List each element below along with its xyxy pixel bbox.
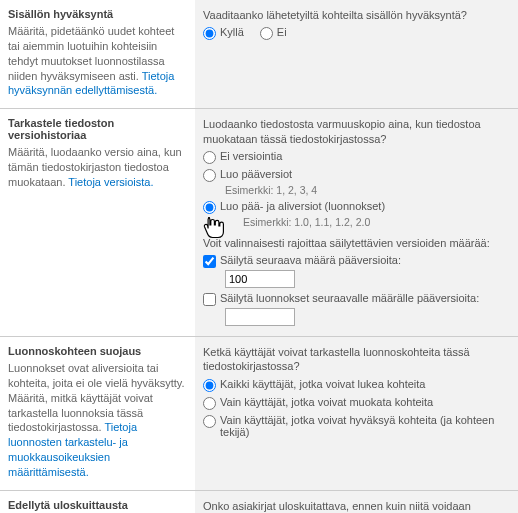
section-description: Määritä, pidetäänkö uudet kohteet tai ai… bbox=[8, 24, 185, 98]
draft-editors-option[interactable]: Vain käyttäjät, jotka voivat muokata koh… bbox=[203, 396, 508, 410]
keep-major-input[interactable] bbox=[225, 270, 295, 288]
draft-all-readers-option[interactable]: Kaikki käyttäjät, jotka voivat lukea koh… bbox=[203, 378, 508, 392]
section-content-approval: Sisällön hyväksyntä Määritä, pidetäänkö … bbox=[0, 0, 518, 109]
keep-major-versions-row: Säilytä seuraava määrä pääversioita: bbox=[203, 254, 508, 268]
draft-approvers-radio[interactable] bbox=[203, 415, 216, 428]
section-versioning: Tarkastele tiedoston versiohistoriaa Mää… bbox=[0, 109, 518, 337]
approval-yes-radio[interactable] bbox=[203, 27, 216, 40]
section-title: Sisällön hyväksyntä bbox=[8, 8, 185, 20]
versioning-major-option[interactable]: Luo pääversiot bbox=[203, 168, 508, 182]
approval-yes-option[interactable]: Kyllä bbox=[203, 26, 244, 40]
section-title: Luonnoskohteen suojaus bbox=[8, 345, 185, 357]
versioning-minor-option[interactable]: Luo pää- ja aliversiot (luonnokset) bbox=[203, 200, 508, 214]
keep-drafts-input[interactable] bbox=[225, 308, 295, 326]
versioning-none-radio[interactable] bbox=[203, 151, 216, 164]
approval-question: Vaaditaanko lähetetyiltä kohteilta sisäl… bbox=[203, 8, 508, 22]
section-description: Määritä, luodaanko versio aina, kun tämä… bbox=[8, 145, 185, 190]
checkout-question: Onko asiakirjat uloskuitattava, ennen ku… bbox=[203, 499, 508, 513]
draft-editors-radio[interactable] bbox=[203, 397, 216, 410]
section-title: Edellytä uloskuittausta bbox=[8, 499, 185, 511]
versioning-help-link[interactable]: Tietoja versioista. bbox=[68, 176, 153, 188]
versioning-question: Luodaanko tiedostosta varmuuskopio aina,… bbox=[203, 117, 508, 146]
section-draft-security: Luonnoskohteen suojaus Luonnokset ovat a… bbox=[0, 337, 518, 491]
keep-major-label: Säilytä seuraava määrä pääversioita: bbox=[220, 254, 401, 266]
approval-no-option[interactable]: Ei bbox=[260, 26, 287, 40]
versioning-major-radio[interactable] bbox=[203, 169, 216, 182]
approval-no-radio[interactable] bbox=[260, 27, 273, 40]
versioning-minor-radio[interactable] bbox=[203, 201, 216, 214]
draft-question: Ketkä käyttäjät voivat tarkastella luonn… bbox=[203, 345, 508, 374]
versioning-none-option[interactable]: Ei versiointia bbox=[203, 150, 508, 164]
version-limit-intro: Voit valinnaisesti rajoittaa säilytettäv… bbox=[203, 236, 508, 250]
keep-drafts-checkbox[interactable] bbox=[203, 293, 216, 306]
section-description: Luonnokset ovat aliversioita tai kohteit… bbox=[8, 361, 185, 480]
keep-drafts-row: Säilytä luonnokset seuraavalle määrälle … bbox=[203, 292, 508, 306]
section-require-checkout: Edellytä uloskuittausta Määritä, onko kä… bbox=[0, 490, 518, 513]
keep-drafts-label: Säilytä luonnokset seuraavalle määrälle … bbox=[220, 292, 479, 304]
section-title: Tarkastele tiedoston versiohistoriaa bbox=[8, 117, 185, 141]
versioning-major-example: Esimerkki: 1, 2, 3, 4 bbox=[225, 184, 508, 196]
draft-all-readers-radio[interactable] bbox=[203, 379, 216, 392]
versioning-minor-example: Esimerkki: 1.0, 1.1, 1.2, 2.0 bbox=[243, 216, 508, 228]
draft-approvers-option[interactable]: Vain käyttäjät, jotka voivat hyväksyä ko… bbox=[203, 414, 508, 438]
keep-major-checkbox[interactable] bbox=[203, 255, 216, 268]
